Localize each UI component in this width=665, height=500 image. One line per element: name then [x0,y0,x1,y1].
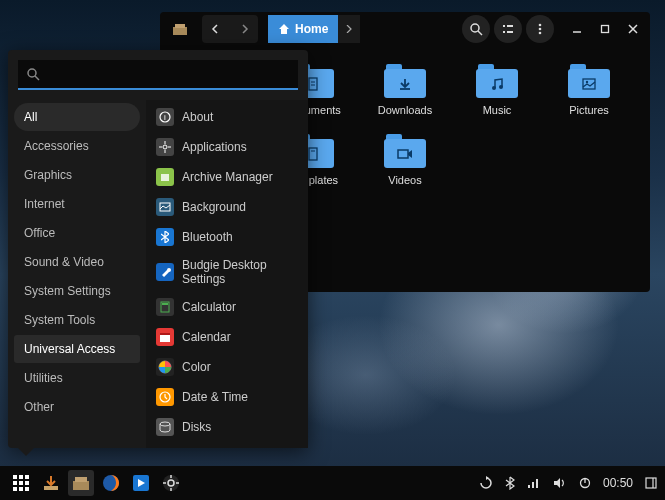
svg-rect-1 [175,24,185,28]
sidebar-toggle-icon[interactable] [645,477,657,489]
menu-search-input[interactable] [46,67,290,82]
folder-downloads[interactable]: Downloads [364,64,446,116]
download-icon [42,474,60,492]
app-background[interactable]: Background [150,192,304,222]
svg-point-8 [539,24,542,27]
svg-point-43 [160,422,170,426]
folder-icon [476,64,518,98]
path-home-label: Home [295,22,328,36]
task-files[interactable] [68,470,94,496]
app-archive-manager[interactable]: Archive Manager [150,162,304,192]
app-calendar[interactable]: Calendar [150,322,304,352]
svg-rect-23 [309,148,317,160]
bottom-panel: 00:50 [0,466,665,500]
folder-videos[interactable]: Videos [364,134,446,186]
category-universal-access[interactable]: Universal Access [14,335,140,363]
network-icon[interactable] [527,477,541,489]
app-icon [156,328,174,346]
app-icon [156,418,174,436]
close-button[interactable] [622,18,644,40]
app-label: Bluetooth [182,230,233,244]
svg-point-26 [28,69,36,77]
nav-arrows [202,15,258,43]
app-icon [156,228,174,246]
app-icon [156,198,174,216]
settings-icon [162,474,180,492]
svg-rect-25 [398,150,408,158]
maximize-button[interactable] [594,18,616,40]
folder-icon [384,64,426,98]
app-color[interactable]: Color [150,352,304,382]
app-disks[interactable]: Disks [150,412,304,442]
view-button[interactable] [494,15,522,43]
app-icon [156,298,174,316]
svg-rect-58 [528,485,530,488]
task-downloads[interactable] [38,470,64,496]
category-accessories[interactable]: Accessories [14,132,140,160]
svg-rect-15 [309,78,317,90]
category-internet[interactable]: Internet [14,190,140,218]
app-disk-usage-analyzer[interactable]: Disk Usage Analyzer [150,442,304,448]
volume-icon[interactable] [553,477,567,489]
panel-task-area [8,470,184,496]
window-controls [566,18,644,40]
folder-music[interactable]: Music [456,64,538,116]
category-utilities[interactable]: Utilities [14,364,140,392]
path-home-button[interactable]: Home [268,15,338,43]
power-icon[interactable] [579,477,591,489]
svg-point-30 [163,145,167,149]
menu-search[interactable] [18,60,298,90]
app-icon [156,168,174,186]
app-launcher-button[interactable] [8,470,34,496]
task-media[interactable] [128,470,154,496]
svg-rect-63 [646,478,656,488]
svg-rect-5 [507,25,513,27]
svg-point-9 [539,28,542,31]
folder-label: Music [483,104,512,116]
update-icon[interactable] [479,476,493,490]
svg-rect-7 [507,31,513,33]
app-budgie-desktop-settings[interactable]: Budgie Desktop Settings [150,252,304,292]
app-label: Applications [182,140,247,154]
svg-rect-6 [503,31,505,33]
folder-label: Videos [388,174,421,186]
category-system-tools[interactable]: System Tools [14,306,140,334]
app-bluetooth[interactable]: Bluetooth [150,222,304,252]
back-button[interactable] [202,15,230,43]
svg-rect-35 [161,174,169,181]
panel-clock[interactable]: 00:50 [603,476,633,490]
category-other[interactable]: Other [14,393,140,421]
category-sound-video[interactable]: Sound & Video [14,248,140,276]
category-office[interactable]: Office [14,219,140,247]
app-about[interactable]: iAbout [150,102,304,132]
menu-pointer [18,448,34,456]
category-graphics[interactable]: Graphics [14,161,140,189]
category-system-settings[interactable]: System Settings [14,277,140,305]
svg-point-22 [586,80,588,82]
firefox-icon [102,474,120,492]
search-icon [469,22,483,36]
app-label: Disks [182,420,211,434]
app-date-time[interactable]: Date & Time [150,382,304,412]
folder-label: Pictures [569,104,609,116]
forward-button[interactable] [230,15,258,43]
task-firefox[interactable] [98,470,124,496]
minimize-button[interactable] [566,18,588,40]
bluetooth-tray-icon[interactable] [505,476,515,490]
archive-icon[interactable] [166,15,194,43]
list-icon [501,22,515,36]
app-calculator[interactable]: Calculator [150,292,304,322]
svg-rect-40 [160,333,170,335]
menu-button[interactable] [526,15,554,43]
path-bar[interactable]: Home [268,15,360,43]
search-button[interactable] [462,15,490,43]
app-applications[interactable]: Applications [150,132,304,162]
category-all[interactable]: All [14,103,140,131]
app-label: About [182,110,213,124]
home-icon [278,23,290,35]
task-settings[interactable] [158,470,184,496]
app-label: Budgie Desktop Settings [182,258,298,286]
app-label: Archive Manager [182,170,273,184]
folder-pictures[interactable]: Pictures [548,64,630,116]
path-next-button[interactable] [338,15,360,43]
